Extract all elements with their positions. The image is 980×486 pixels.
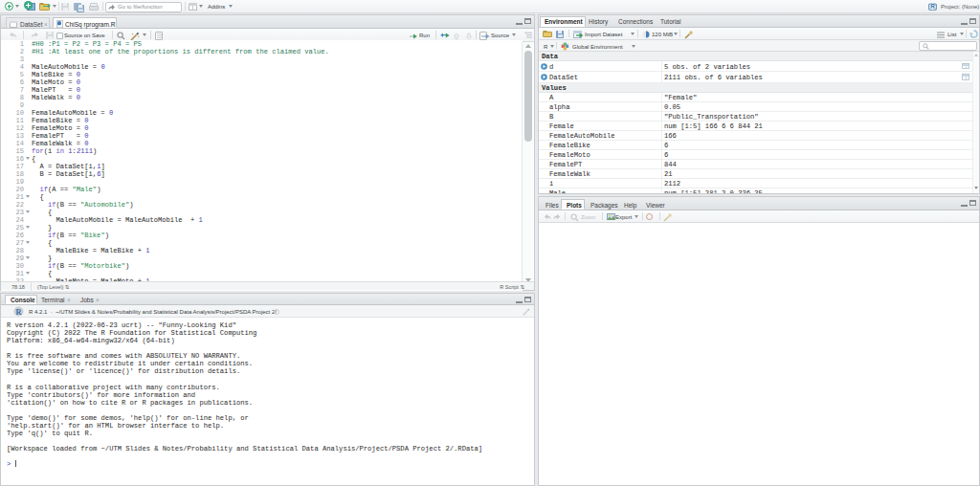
svg-text:R: R [930, 3, 935, 10]
svg-text:R: R [16, 308, 23, 317]
